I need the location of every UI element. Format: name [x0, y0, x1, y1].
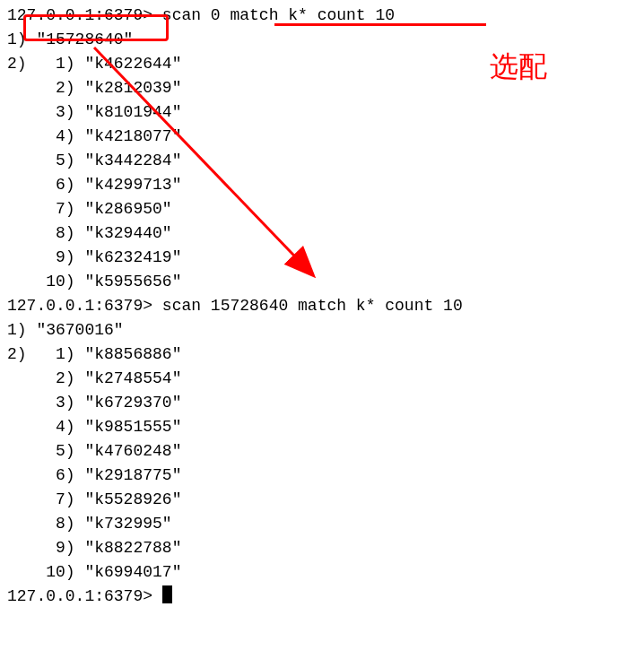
terminal-result-item: 3) "k8101944" — [7, 100, 637, 125]
terminal-result-item: 8) "k732995" — [7, 512, 637, 536]
terminal-result-item: 9) "k8822788" — [7, 536, 637, 560]
terminal-prompt: 127.0.0.1:6379> — [7, 6, 162, 24]
terminal-result-item: 10) "k6994017" — [7, 560, 637, 585]
terminal-command-line: 127.0.0.1:6379> scan 0 match k* count 10 — [7, 4, 637, 28]
terminal-result-item: 3) "k6729370" — [7, 391, 637, 415]
terminal-result-item: 5) "k4760248" — [7, 439, 637, 464]
terminal-result-item: 9) "k6232419" — [7, 246, 637, 270]
terminal-result-item: 2) 1) "k8856886" — [7, 343, 637, 367]
terminal-prompt: 127.0.0.1:6379> — [7, 587, 162, 605]
terminal-result-item: 2) 1) "k4622644" — [7, 52, 637, 76]
terminal-result-item: 7) "k286950" — [7, 197, 637, 221]
terminal-result-item: 2) "k2748554" — [7, 367, 637, 391]
terminal-command: scan 0 match k* count 10 — [162, 6, 395, 24]
terminal-result-item: 4) "k4218077" — [7, 125, 637, 149]
terminal-result-item: 6) "k2918775" — [7, 464, 637, 488]
terminal-command-line: 127.0.0.1:6379> scan 15728640 match k* c… — [7, 294, 637, 318]
terminal-result-item: 4) "k9851555" — [7, 415, 637, 439]
terminal-prompt-line[interactable]: 127.0.0.1:6379> — [7, 585, 637, 609]
terminal-result-item: 5) "k3442284" — [7, 149, 637, 173]
terminal-command: scan 15728640 match k* count 10 — [162, 297, 463, 315]
terminal-result-cursor: 1) "3670016" — [7, 318, 637, 343]
terminal-result-item: 7) "k5528926" — [7, 488, 637, 512]
terminal-result-item: 8) "k329440" — [7, 221, 637, 246]
terminal-result-item: 2) "k2812039" — [7, 76, 637, 100]
terminal-output: 127.0.0.1:6379> scan 0 match k* count 10… — [7, 4, 637, 609]
cursor-icon — [162, 585, 172, 603]
terminal-result-cursor: 1) "15728640" — [7, 28, 637, 52]
terminal-result-item: 10) "k5955656" — [7, 270, 637, 294]
terminal-prompt: 127.0.0.1:6379> — [7, 297, 162, 315]
terminal-result-item: 6) "k4299713" — [7, 173, 637, 197]
